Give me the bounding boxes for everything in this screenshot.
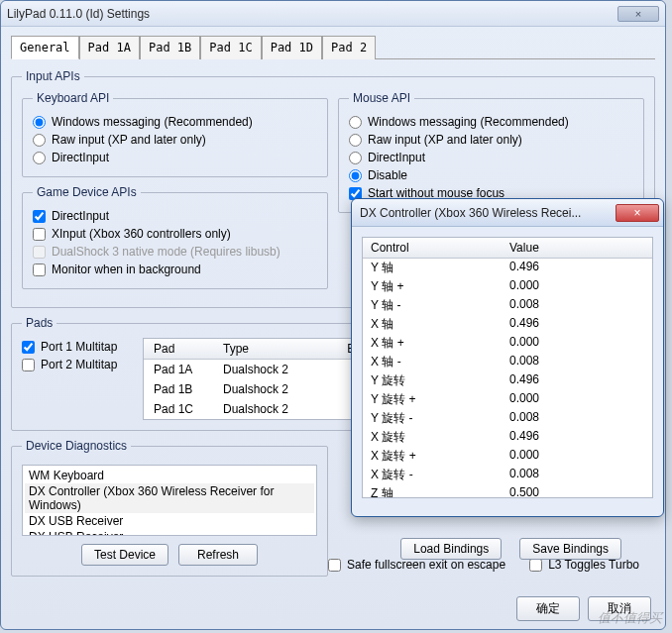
port2-multitap-check[interactable] <box>22 359 35 371</box>
gd-xinput-check[interactable] <box>33 228 46 241</box>
game-device-legend: Game Device APIs <box>33 185 141 199</box>
safe-fullscreen-check[interactable] <box>328 559 341 572</box>
mouse-winmsg-radio[interactable] <box>349 116 362 129</box>
gd-monitor-option[interactable]: Monitor when in background <box>33 261 317 278</box>
list-item[interactable]: DX USB Receiver <box>25 529 314 536</box>
list-item[interactable]: WM Keyboard <box>25 468 314 483</box>
list-item[interactable]: Y 轴0.496 <box>363 259 652 277</box>
refresh-button[interactable]: Refresh <box>178 544 258 566</box>
pads-legend: Pads <box>22 316 56 330</box>
list-item[interactable]: X 旋转 -0.008 <box>363 466 652 484</box>
l3-turbo-check[interactable] <box>529 559 542 572</box>
device-diagnostics-legend: Device Diagnostics <box>22 439 131 453</box>
port1-multitap-option[interactable]: Port 1 Multitap <box>22 338 131 356</box>
mouse-winmsg-option[interactable]: Windows messaging (Recommended) <box>349 113 633 131</box>
save-bindings-button[interactable]: Save Bindings <box>519 538 621 560</box>
dx-titlebar[interactable]: DX Controller (Xbox 360 Wireless Recei..… <box>352 199 663 227</box>
list-item[interactable]: X 旋转 +0.000 <box>363 447 652 466</box>
dx-title: DX Controller (Xbox 360 Wireless Recei..… <box>360 206 616 220</box>
dx-col-value[interactable]: Value <box>509 241 609 255</box>
gd-xinput-option[interactable]: XInput (Xbox 360 controllers only) <box>33 225 317 243</box>
pads-col-pad[interactable]: Pad <box>150 341 219 357</box>
mouse-directinput-radio[interactable] <box>349 152 362 164</box>
kb-directinput-option[interactable]: DirectInput <box>33 149 317 166</box>
list-item[interactable]: DX USB Receiver <box>25 513 314 529</box>
cancel-button[interactable]: 取消 <box>588 596 651 621</box>
ok-button[interactable]: 确定 <box>516 596 580 621</box>
tab-pad1b[interactable]: Pad 1B <box>140 36 200 59</box>
tab-pad1c[interactable]: Pad 1C <box>200 36 261 59</box>
list-item[interactable]: DX Controller (Xbox 360 Wireless Receive… <box>25 483 314 513</box>
list-item[interactable]: X 轴 +0.000 <box>363 334 652 353</box>
device-list[interactable]: WM Keyboard DX Controller (Xbox 360 Wire… <box>22 465 317 536</box>
mouse-api-group: Mouse API Windows messaging (Recommended… <box>338 91 644 213</box>
gd-monitor-check[interactable] <box>33 264 46 276</box>
kb-winmsg-radio[interactable] <box>33 116 46 129</box>
dx-col-control[interactable]: Control <box>371 241 509 255</box>
list-item[interactable]: Z 轴0.500 <box>363 484 652 498</box>
list-item[interactable]: X 旋转0.496 <box>363 428 652 447</box>
load-bindings-button[interactable]: Load Bindings <box>400 538 502 560</box>
test-device-button[interactable]: Test Device <box>81 544 168 566</box>
gd-directinput-option[interactable]: DirectInput <box>33 207 317 225</box>
tab-pad1a[interactable]: Pad 1A <box>79 36 140 59</box>
list-item[interactable]: X 轴0.496 <box>363 315 652 334</box>
dx-body: Control Value Y 轴0.496Y 轴 +0.000Y 轴 -0.0… <box>352 227 663 508</box>
kb-rawinput-radio[interactable] <box>33 134 46 147</box>
titlebar[interactable]: LilyPad 0.11.0 (Id) Settings × <box>1 1 665 27</box>
mouse-rawinput-option[interactable]: Raw input (XP and later only) <box>349 131 633 149</box>
gd-directinput-check[interactable] <box>33 210 46 223</box>
mouse-disable-option[interactable]: Disable <box>349 166 633 184</box>
input-apis-legend: Input APIs <box>22 69 84 83</box>
device-diagnostics-group: Device Diagnostics WM Keyboard DX Contro… <box>11 439 328 577</box>
tab-pad1d[interactable]: Pad 1D <box>262 36 322 59</box>
gd-ds3-option: DualShock 3 native mode (Requires libusb… <box>33 243 317 261</box>
mouse-disable-radio[interactable] <box>349 169 362 182</box>
mouse-directinput-option[interactable]: DirectInput <box>349 149 633 166</box>
dx-control-list[interactable]: Control Value Y 轴0.496Y 轴 +0.000Y 轴 -0.0… <box>362 237 653 498</box>
list-item[interactable]: Y 旋转 -0.008 <box>363 409 652 428</box>
dialog-buttons: 确定 取消 <box>516 596 651 621</box>
kb-directinput-radio[interactable] <box>33 152 46 164</box>
pads-col-type[interactable]: Type <box>219 341 338 357</box>
load-save-buttons: Load Bindings Save Bindings <box>400 538 621 560</box>
tab-pad2[interactable]: Pad 2 <box>322 36 376 59</box>
gd-ds3-check <box>33 246 46 259</box>
kb-winmsg-option[interactable]: Windows messaging (Recommended) <box>33 113 317 131</box>
mouse-rawinput-radio[interactable] <box>349 134 362 147</box>
keyboard-api-legend: Keyboard API <box>33 91 113 105</box>
keyboard-api-group: Keyboard API Windows messaging (Recommen… <box>22 91 328 177</box>
list-item[interactable]: Y 旋转 +0.000 <box>363 390 652 409</box>
tab-general[interactable]: General <box>11 36 79 59</box>
window-title: LilyPad 0.11.0 (Id) Settings <box>7 7 617 21</box>
port2-multitap-option[interactable]: Port 2 Multitap <box>22 356 131 373</box>
mouse-api-legend: Mouse API <box>349 91 414 105</box>
list-item[interactable]: Y 轴 +0.000 <box>363 277 652 296</box>
close-icon[interactable]: × <box>616 204 659 222</box>
tab-strip: General Pad 1A Pad 1B Pad 1C Pad 1D Pad … <box>11 35 655 59</box>
port1-multitap-check[interactable] <box>22 341 35 354</box>
dx-list-header: Control Value <box>363 238 652 259</box>
dx-controller-dialog[interactable]: DX Controller (Xbox 360 Wireless Recei..… <box>351 198 664 517</box>
close-icon[interactable]: × <box>617 6 659 22</box>
list-item[interactable]: Y 轴 -0.008 <box>363 296 652 315</box>
kb-rawinput-option[interactable]: Raw input (XP and later only) <box>33 131 317 149</box>
list-item[interactable]: X 轴 -0.008 <box>363 353 652 371</box>
list-item[interactable]: Y 旋转0.496 <box>363 371 652 390</box>
game-device-group: Game Device APIs DirectInput XInput (Xbo… <box>22 185 328 289</box>
